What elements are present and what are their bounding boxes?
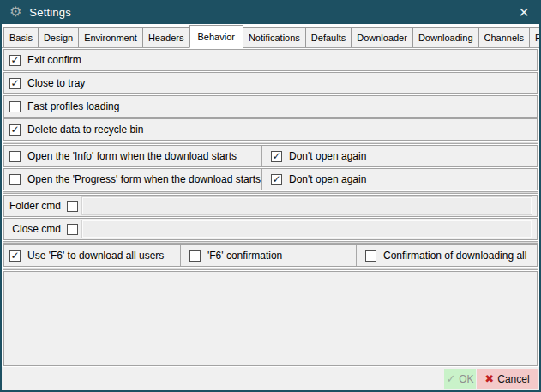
checkbox-box[interactable]: ✓ — [9, 124, 21, 136]
close-cmd-checkbox[interactable] — [67, 224, 78, 235]
gear-icon: ⚙ — [9, 5, 21, 19]
progress-dont-open-again-checkbox[interactable]: ✓ Don't open again — [271, 173, 366, 185]
behavior-tab-page: ✓ Exit confirm ✓ Close to tray Fast prof… — [2, 48, 539, 367]
checkbox-box[interactable] — [9, 101, 21, 112]
open-progress-dont-cell: ✓ Don't open again — [261, 169, 537, 190]
tab-design[interactable]: Design — [38, 27, 79, 47]
tab-bar: Basis Design Environment Headers Behavio… — [2, 24, 539, 48]
group-divider — [3, 268, 538, 270]
exit-confirm-checkbox[interactable]: ✓ Exit confirm — [4, 54, 81, 66]
window-title: Settings — [29, 6, 71, 19]
open-info-cell: Open the 'Info' form when the download s… — [4, 146, 261, 166]
close-cmd-label: Close cmd — [4, 223, 61, 235]
exit-confirm-label: Exit confirm — [27, 54, 81, 66]
open-info-form-checkbox[interactable]: Open the 'Info' form when the download s… — [4, 150, 237, 162]
ok-button[interactable]: ✓ OK — [444, 369, 476, 389]
use-f6-checkbox[interactable]: ✓ Use 'F6' to download all users — [4, 250, 164, 262]
check-icon: ✓ — [446, 373, 455, 384]
open-info-dont-cell: ✓ Don't open again — [261, 146, 537, 166]
checkbox-box[interactable]: ✓ — [9, 78, 21, 89]
settings-dialog: ⚙ Settings × Basis Design Environment He… — [0, 0, 541, 392]
tab-notifications[interactable]: Notifications — [243, 27, 306, 47]
group-divider — [3, 241, 538, 244]
ok-button-label: OK — [459, 373, 473, 385]
folder-cmd-label: Folder cmd — [4, 200, 61, 212]
open-progress-form-checkbox[interactable]: Open the 'Progress' form when the downlo… — [4, 173, 261, 185]
row-open-info-form: Open the 'Info' form when the download s… — [3, 145, 538, 167]
folder-cmd-input[interactable] — [82, 197, 532, 214]
fast-profiles-loading-checkbox[interactable]: Fast profiles loading — [4, 100, 119, 112]
close-to-tray-label: Close to tray — [27, 77, 85, 89]
checkbox-box[interactable] — [189, 250, 201, 262]
empty-panel — [3, 271, 538, 366]
cancel-button[interactable]: ✖ Cancel — [477, 369, 538, 389]
confirmation-downloading-all-label: Confirmation of downloading all — [383, 250, 526, 262]
use-f6-cell: ✓ Use 'F6' to download all users — [4, 245, 180, 266]
use-f6-label: Use 'F6' to download all users — [27, 250, 164, 262]
delete-data-to-recycle-bin-checkbox[interactable]: ✓ Delete data to recycle bin — [4, 124, 143, 136]
footer-bar: ✓ OK ✖ Cancel — [2, 367, 539, 390]
confirmation-downloading-all-checkbox[interactable]: Confirmation of downloading all — [365, 250, 526, 262]
open-progress-cell: Open the 'Progress' form when the downlo… — [4, 169, 261, 190]
delete-data-to-recycle-bin-label: Delete data to recycle bin — [27, 124, 143, 136]
tab-defaults[interactable]: Defaults — [305, 27, 352, 47]
row-delete-data-to-recycle-bin: ✓ Delete data to recycle bin — [3, 118, 538, 141]
checkbox-box[interactable] — [365, 250, 376, 262]
cancel-button-label: Cancel — [497, 373, 529, 385]
confirmation-downloading-all-cell: Confirmation of downloading all — [356, 245, 537, 266]
close-to-tray-checkbox[interactable]: ✓ Close to tray — [4, 77, 85, 89]
info-dont-open-again-checkbox[interactable]: ✓ Don't open again — [271, 150, 366, 162]
checkbox-box[interactable]: ✓ — [9, 250, 21, 262]
x-icon: ✖ — [484, 373, 494, 384]
row-fast-profiles-loading: Fast profiles loading — [3, 95, 538, 118]
checkbox-box[interactable]: ✓ — [271, 151, 282, 162]
folder-cmd-checkbox[interactable] — [67, 201, 78, 212]
f6-confirmation-checkbox[interactable]: 'F6' confirmation — [189, 250, 282, 262]
f6-confirmation-label: 'F6' confirmation — [207, 250, 282, 262]
group-divider — [3, 191, 538, 194]
titlebar: ⚙ Settings × — [2, 0, 539, 24]
tab-feed[interactable]: Feed — [529, 27, 541, 47]
row-folder-cmd: Folder cmd — [3, 195, 538, 217]
info-dont-open-again-label: Don't open again — [289, 150, 366, 162]
open-progress-form-label: Open the 'Progress' form when the downlo… — [27, 173, 261, 185]
tab-downloading[interactable]: Downloading — [412, 27, 479, 47]
row-close-cmd: Close cmd — [3, 218, 538, 240]
checkbox-box[interactable] — [9, 151, 21, 162]
row-exit-confirm: ✓ Exit confirm — [3, 49, 538, 71]
progress-dont-open-again-label: Don't open again — [289, 173, 366, 185]
tab-environment[interactable]: Environment — [78, 27, 143, 47]
f6-confirmation-cell: 'F6' confirmation — [180, 245, 356, 266]
tab-headers[interactable]: Headers — [142, 27, 190, 47]
group-divider — [3, 142, 538, 144]
close-icon: × — [519, 3, 529, 21]
fast-profiles-loading-label: Fast profiles loading — [27, 100, 119, 112]
tab-channels[interactable]: Channels — [478, 27, 530, 47]
row-close-to-tray: ✓ Close to tray — [3, 72, 538, 94]
open-info-form-label: Open the 'Info' form when the download s… — [27, 150, 237, 162]
checkbox-box[interactable]: ✓ — [271, 174, 282, 185]
close-button[interactable]: × — [508, 0, 539, 24]
tab-downloader[interactable]: Downloader — [351, 27, 413, 47]
row-open-progress-form: Open the 'Progress' form when the downlo… — [3, 168, 538, 190]
tab-basis[interactable]: Basis — [3, 27, 39, 47]
checkbox-box[interactable]: ✓ — [9, 55, 21, 66]
checkbox-box[interactable] — [9, 174, 21, 185]
tab-behavior[interactable]: Behavior — [189, 25, 243, 48]
row-f6-options: ✓ Use 'F6' to download all users 'F6' co… — [3, 244, 538, 267]
close-cmd-input[interactable] — [82, 220, 532, 238]
